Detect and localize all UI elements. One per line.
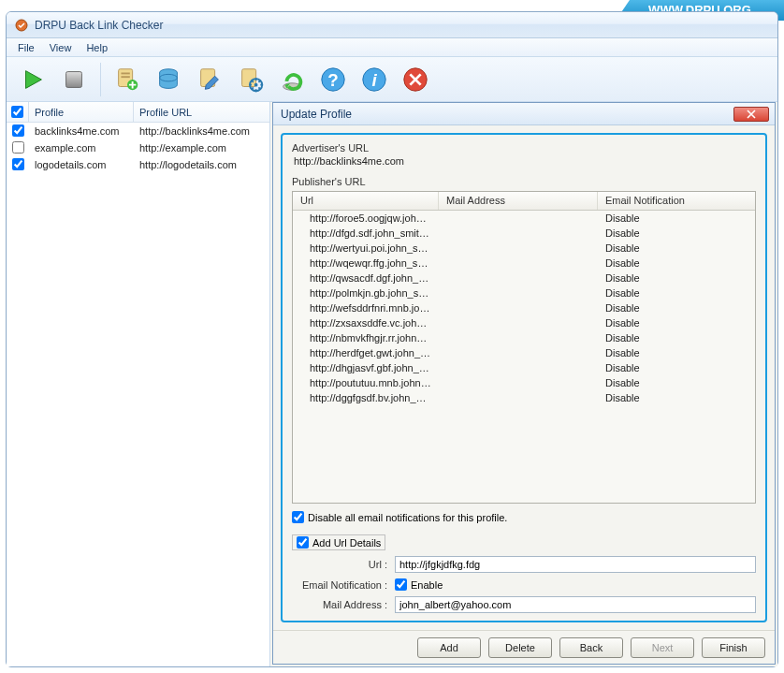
stop-button[interactable] xyxy=(55,61,93,98)
next-button: Next xyxy=(631,637,694,658)
header-checkbox-col[interactable] xyxy=(7,102,29,122)
publisher-url-label: Publisher's URL xyxy=(292,176,756,187)
publisher-row-notif: Disable xyxy=(598,362,755,373)
profile-row-checkbox[interactable] xyxy=(12,124,24,137)
publisher-row-url: http://poututuu.mnb.john_smit... xyxy=(293,377,439,388)
publisher-row-url: http://dfgd.sdf.john_smith@ya.. xyxy=(293,227,439,239)
svg-marker-1 xyxy=(26,70,42,88)
mail-address-label: Mail Address : xyxy=(292,599,395,610)
svg-rect-5 xyxy=(121,76,129,78)
play-button[interactable] xyxy=(14,61,51,98)
menubar: File View Help xyxy=(7,38,777,57)
publisher-row[interactable]: http://foroe5.oogjqw.john_smit...Disable xyxy=(293,211,755,226)
profile-row[interactable]: logodetails.comhttp://logodetails.com xyxy=(7,156,269,173)
publisher-row-notif: Disable xyxy=(598,302,755,314)
profile-list-header: Profile Profile URL xyxy=(7,102,269,123)
profile-row[interactable]: example.comhttp://example.com xyxy=(7,139,269,156)
profile-row-checkbox[interactable] xyxy=(12,141,24,154)
profile-row-url: http://logodetails.com xyxy=(134,159,269,170)
add-profile-button[interactable] xyxy=(109,61,146,98)
profile-list: backlinks4me.comhttp://backlinks4me.come… xyxy=(7,123,269,173)
publisher-row-url: http://nbmvkfhgjr.rr.john_smith... xyxy=(293,332,439,344)
publisher-row[interactable]: http://dfgd.sdf.john_smith@ya..Disable xyxy=(293,226,755,241)
publisher-row[interactable]: http://dhgjasvf.gbf.john_smith...Disable xyxy=(293,360,755,375)
svg-text:?: ? xyxy=(327,69,338,89)
window-title: DRPU Back Link Checker xyxy=(35,19,163,32)
col-url[interactable]: Url xyxy=(293,192,439,210)
publisher-table: Url Mail Address Email Notification http… xyxy=(292,191,756,504)
publisher-row[interactable]: http://wertyui.poi.john_smith@...Disable xyxy=(293,241,755,256)
add-url-fieldset: Add Url Details Url : Email Notification… xyxy=(292,529,756,613)
profile-row-checkbox[interactable] xyxy=(12,158,24,170)
publisher-row-url: http://foroe5.oogjqw.john_smit... xyxy=(293,212,439,224)
publisher-row-url: http://wefsddrfnri.mnb.john_sm... xyxy=(293,302,439,314)
select-all-checkbox[interactable] xyxy=(11,106,23,118)
menu-view[interactable]: View xyxy=(42,40,80,55)
publisher-row[interactable]: http://nbmvkfhgjr.rr.john_smith...Disabl… xyxy=(293,330,755,345)
refresh-button[interactable] xyxy=(273,61,311,98)
help-button[interactable]: ? xyxy=(314,61,352,98)
titlebar: DRPU Back Link Checker xyxy=(7,12,777,38)
close-toolbar-button[interactable] xyxy=(397,61,434,98)
database-button[interactable] xyxy=(150,61,187,98)
finish-button[interactable]: Finish xyxy=(702,637,765,658)
info-button[interactable]: i xyxy=(356,61,393,98)
publisher-row-url: http://polmkjn.gb.john_smith@... xyxy=(293,287,439,299)
url-input[interactable] xyxy=(395,556,756,573)
publisher-row[interactable]: http://herdfget.gwt.john_smith...Disable xyxy=(293,345,755,360)
enable-label: Enable xyxy=(411,579,443,591)
delete-button[interactable]: Delete xyxy=(488,637,552,658)
edit-profile-button[interactable] xyxy=(191,61,228,98)
publisher-row-url: http://qwsacdf.dgf.john_smith... xyxy=(293,272,439,284)
publisher-row[interactable]: http://wefsddrfnri.mnb.john_sm...Disable xyxy=(293,300,755,315)
publisher-row-notif: Disable xyxy=(598,212,755,224)
profile-row[interactable]: backlinks4me.comhttp://backlinks4me.com xyxy=(7,123,269,139)
app-icon xyxy=(14,18,29,33)
profile-row-name: logodetails.com xyxy=(29,159,134,170)
publisher-row-notif: Disable xyxy=(598,257,755,269)
publisher-row-url: http://dhgjasvf.gbf.john_smith... xyxy=(293,362,439,373)
publisher-row-notif: Disable xyxy=(598,227,755,239)
email-notif-label: Email Notification : xyxy=(292,579,395,591)
disable-all-checkbox[interactable] xyxy=(292,511,304,523)
profile-row-url: http://example.com xyxy=(134,142,269,154)
col-mail[interactable]: Mail Address xyxy=(439,192,598,210)
dialog-title-text: Update Profile xyxy=(281,108,352,121)
advertiser-url-value: http://backlinks4me.com xyxy=(292,155,756,167)
publisher-row-notif: Disable xyxy=(598,332,755,344)
publisher-row[interactable]: http://polmkjn.gb.john_smith@...Disable xyxy=(293,285,755,300)
publisher-row-notif: Disable xyxy=(598,347,755,358)
add-url-checkbox[interactable] xyxy=(297,536,309,549)
publisher-row-url: http://wqewqr.ffg.john_smith@... xyxy=(293,257,439,269)
col-notif[interactable]: Email Notification xyxy=(598,192,755,210)
publisher-row[interactable]: http://dggfgsdf.bv.john_smith...Disable xyxy=(293,390,755,405)
menu-file[interactable]: File xyxy=(10,40,42,55)
dialog-body: Advertiser's URL http://backlinks4me.com… xyxy=(273,125,775,630)
add-url-legend: Add Url Details xyxy=(292,534,385,550)
publisher-row[interactable]: http://zxsaxsddfe.vc.john_smit...Disable xyxy=(293,315,755,330)
toolbar-separator xyxy=(100,63,101,96)
settings-profile-button[interactable] xyxy=(232,61,269,98)
mail-address-input[interactable] xyxy=(395,596,756,613)
publisher-row-notif: Disable xyxy=(598,272,755,284)
header-profile-col[interactable]: Profile xyxy=(29,102,134,122)
dialog-close-button[interactable] xyxy=(733,107,769,122)
add-button[interactable]: Add xyxy=(417,637,481,658)
publisher-row[interactable]: http://wqewqr.ffg.john_smith@...Disable xyxy=(293,256,755,271)
publisher-table-body[interactable]: http://foroe5.oogjqw.john_smit...Disable… xyxy=(293,211,755,503)
publisher-row[interactable]: http://qwsacdf.dgf.john_smith...Disable xyxy=(293,271,755,285)
enable-checkbox[interactable] xyxy=(395,578,407,591)
publisher-row[interactable]: http://poututuu.mnb.john_smit...Disable xyxy=(293,375,755,390)
publisher-row-notif: Disable xyxy=(598,242,755,254)
add-url-legend-text: Add Url Details xyxy=(312,537,381,549)
header-url-col[interactable]: Profile URL xyxy=(134,102,269,122)
publisher-row-url: http://wertyui.poi.john_smith@... xyxy=(293,242,439,254)
disable-all-row: Disable all email notifications for this… xyxy=(292,511,756,523)
dialog-titlebar: Update Profile xyxy=(273,103,775,125)
publisher-row-notif: Disable xyxy=(598,287,755,299)
publisher-row-url: http://dggfgsdf.bv.john_smith... xyxy=(293,392,439,403)
menu-help[interactable]: Help xyxy=(79,40,115,55)
back-button[interactable]: Back xyxy=(559,637,623,658)
svg-rect-4 xyxy=(121,72,129,74)
disable-all-label: Disable all email notifications for this… xyxy=(308,512,507,523)
